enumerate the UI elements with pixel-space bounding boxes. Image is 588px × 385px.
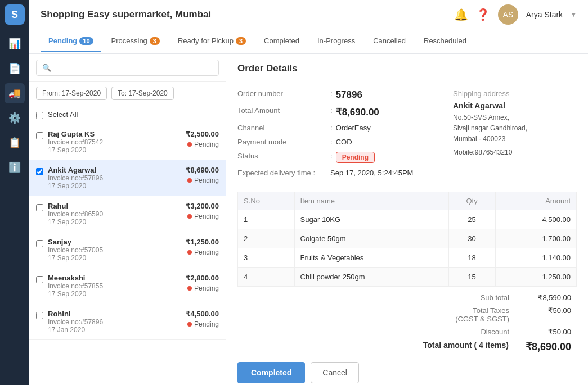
select-all-checkbox[interactable] [36,112,43,119]
order-right: ₹2,800.00 Pending [186,274,219,292]
tabs-bar: Pending 10 Processing 3 Ready for Pickup… [29,29,588,54]
cell-item-name: Fruits & Vegetables [294,248,448,268]
table-row: 4 Chill powder 250gm 15 1,250.00 [238,268,577,287]
search-input[interactable] [36,60,219,76]
header: Shopping Easy supermarket, Mumbai 🔔 ❓ AS… [29,0,588,29]
order-item[interactable]: Meenakshi Invoice no:#57855 17 Sep 2020 … [29,268,226,304]
channel-row: Channel : OrderEasy [237,124,442,132]
sidebar-item-dashboard[interactable]: 📊 [5,34,25,54]
order-right: ₹3,200.00 Pending [186,202,219,220]
order-name: Rahul [48,202,181,210]
tab-cancelled-label: Cancelled [373,37,406,45]
order-item[interactable]: Sanjay Invoice no:#57005 17 Sep 2020 ₹1,… [29,232,226,268]
cell-qty: 15 [448,268,495,287]
order-info: Rohini Invoice no:#57896 17 Jan 2020 [48,310,181,334]
main-area: Shopping Easy supermarket, Mumbai 🔔 ❓ AS… [29,0,588,385]
app-logo: S [5,4,25,25]
order-amount: ₹3,200.00 [186,202,219,210]
sidebar: S 📊 📄 🚚 ⚙️ 📋 ℹ️ [0,0,29,385]
order-date: 17 Sep 2020 [48,218,181,226]
header-right: 🔔 ❓ AS Arya Stark ▼ [454,4,577,25]
order-checkbox[interactable] [36,240,43,247]
sidebar-item-delivery[interactable]: 🚚 [5,83,25,103]
order-right: ₹4,500.00 Pending [186,310,219,328]
tab-ready-badge: 3 [236,37,246,45]
order-number-value: 57896 [336,89,362,101]
tab-ready[interactable]: Ready for Pickup 3 [170,31,254,52]
tab-rescheduled[interactable]: Rescheduled [416,31,474,52]
tab-pending[interactable]: Pending 10 [41,31,101,52]
order-status: Pending [186,320,219,328]
order-item[interactable]: Rahul Invoice no:#86590 17 Sep 2020 ₹3,2… [29,196,226,232]
order-name: Ankit Agarwal [48,166,181,174]
status-text: Pending [194,320,219,328]
order-name: Raj Gupta KS [48,130,181,138]
sidebar-item-settings[interactable]: ⚙️ [5,108,25,128]
tab-ready-label: Ready for Pickup [178,37,234,45]
from-date-filter[interactable]: From: 17-Sep-2020 [36,87,107,100]
subtotal-row: Sub total ₹8,590.00 [408,292,571,303]
sidebar-item-reports[interactable]: 📋 [5,133,25,153]
order-checkbox[interactable] [36,204,43,211]
order-checkbox[interactable] [36,276,43,283]
table-row: 2 Colgate 50gm 30 1,700.00 [238,229,577,248]
sidebar-item-info[interactable]: ℹ️ [5,157,25,178]
status-row: Status : Pending [237,152,442,163]
order-item[interactable]: Rohini Invoice no:#57896 17 Jan 2020 ₹4,… [29,304,226,340]
total-value: ₹8,690.00 [526,341,571,353]
delivery-label: Expected delivery time : [237,169,330,177]
avatar-initials: AS [502,10,513,19]
order-checkbox[interactable] [36,132,43,139]
discount-value: ₹50.00 [526,328,571,336]
order-amount: ₹2,500.00 [186,130,219,138]
order-checkbox[interactable] [36,312,43,319]
avatar: AS [498,4,518,25]
cell-item-name: Colgate 50gm [294,229,448,248]
tab-pending-badge: 10 [79,37,93,45]
tab-processing[interactable]: Processing 3 [104,31,168,52]
order-status: Pending [186,212,219,220]
order-detail-panel: Order Details Order number : 57896 Total… [226,54,588,385]
order-number-row: Order number : 57896 [237,89,442,101]
notification-icon[interactable]: 🔔 [454,8,468,21]
tab-completed[interactable]: Completed [256,31,307,52]
status-dot [187,286,192,291]
tab-cancelled[interactable]: Cancelled [365,31,414,52]
totals-section: Sub total ₹8,590.00 Total Taxes(CGST & S… [237,292,577,354]
order-date: 17 Jan 2020 [48,326,181,334]
sidebar-item-orders[interactable]: 📄 [5,58,25,79]
discount-label: Discount [408,328,509,336]
cell-qty: 30 [448,229,495,248]
tab-inprogress[interactable]: In-Progress [309,31,363,52]
order-info: Rahul Invoice no:#86590 17 Sep 2020 [48,202,181,226]
user-name[interactable]: Arya Stark [526,10,563,19]
order-item[interactable]: Raj Gupta KS Invoice no:#87542 17 Sep 20… [29,124,226,160]
order-invoice: Invoice no:#57005 [48,246,181,254]
order-amount: ₹1,250.00 [186,238,219,246]
order-invoice: Invoice no:#57896 [48,174,181,182]
order-date: 17 Sep 2020 [48,146,181,154]
order-info: Meenakshi Invoice no:#57855 17 Sep 2020 [48,274,181,298]
help-icon[interactable]: ❓ [476,8,490,21]
status-dot [187,142,192,147]
status-text: Pending [194,176,219,184]
cell-amount: 1,250.00 [495,268,576,287]
cell-amount: 4,500.00 [495,210,576,229]
status-text: Pending [194,141,219,148]
status-dot [187,322,192,327]
order-status: Pending [186,141,219,148]
order-info: Sanjay Invoice no:#57005 17 Sep 2020 [48,238,181,262]
order-item[interactable]: Ankit Agarwal Invoice no:#57896 17 Sep 2… [29,160,226,196]
to-date-filter[interactable]: To: 17-Sep-2020 [111,87,174,100]
order-invoice: Invoice no:#86590 [48,210,181,218]
total-amount-value: ₹8,690.00 [336,106,379,118]
cancel-button[interactable]: Cancel [311,362,359,383]
select-all-row: Select All [29,105,226,124]
taxes-row: Total Taxes(CGST & SGST) ₹50.00 [408,305,571,324]
cell-item-name: Sugar 10KG [294,210,448,229]
order-checkbox[interactable] [36,168,43,175]
tab-pending-label: Pending [48,37,77,45]
cell-amount: 1,700.00 [495,229,576,248]
completed-button[interactable]: Completed [237,362,305,383]
user-dropdown-icon[interactable]: ▼ [571,11,577,18]
